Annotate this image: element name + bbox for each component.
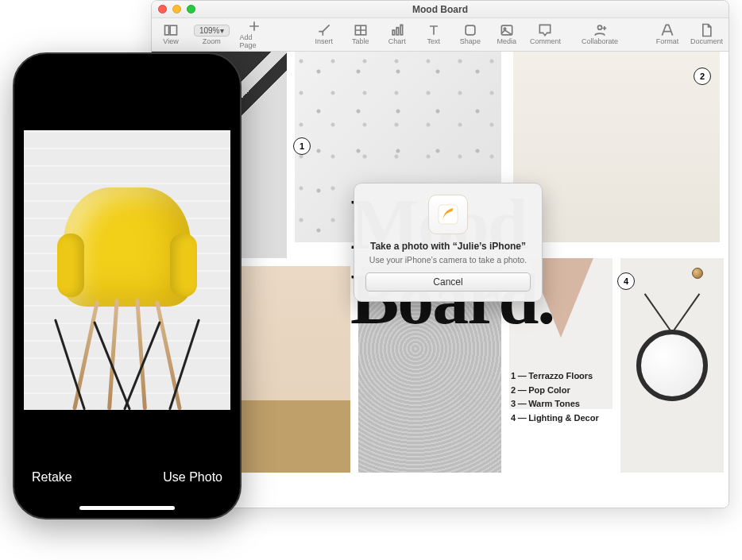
media-icon: [499, 24, 515, 37]
text-icon: [426, 24, 442, 37]
dialog-title: Take a photo with “Julie’s iPhone”: [365, 241, 531, 252]
shape-button[interactable]: Shape: [458, 24, 483, 45]
legend-item: 3—Warm Tones: [511, 397, 599, 411]
toolbar-label: Media: [497, 37, 517, 45]
comment-button[interactable]: Comment: [531, 24, 560, 45]
toolbar-label: Zoom: [203, 37, 221, 45]
window-titlebar[interactable]: Mood Board: [152, 1, 728, 18]
continuity-camera-dialog: Take a photo with “Julie’s iPhone” Use y…: [354, 183, 543, 302]
toolbar: View 109%▾ Zoom Add Page Insert Table: [152, 18, 728, 52]
iphone-notch: [75, 54, 179, 75]
add-page-button[interactable]: Add Page: [239, 20, 269, 49]
toolbar-label: Chart: [388, 37, 406, 45]
minimize-window-button[interactable]: [172, 5, 181, 14]
toolbar-label: Comment: [530, 37, 561, 45]
insert-icon: [316, 24, 332, 37]
toolbar-label: Insert: [315, 37, 334, 45]
toolbar-label: Document: [690, 37, 723, 45]
chart-button[interactable]: Chart: [385, 24, 410, 45]
document-button[interactable]: Document: [691, 24, 722, 45]
retake-button[interactable]: Retake: [32, 470, 72, 485]
annotation-marker-4[interactable]: 4: [617, 272, 635, 290]
svg-rect-8: [396, 28, 399, 35]
toolbar-label: Add Page: [239, 33, 269, 49]
insert-button[interactable]: Insert: [311, 24, 337, 45]
annotation-marker-2[interactable]: 2: [694, 68, 711, 85]
window-controls: [158, 5, 195, 14]
toolbar-label: Format: [656, 37, 679, 45]
svg-rect-19: [439, 205, 458, 224]
text-button[interactable]: Text: [421, 24, 446, 45]
svg-rect-12: [466, 25, 475, 35]
window-title: Mood Board: [412, 4, 468, 15]
chair-photo-subject: [44, 172, 211, 410]
home-indicator[interactable]: [79, 506, 175, 510]
chart-icon: [389, 24, 405, 37]
collaborate-button[interactable]: Collaborate: [582, 24, 617, 45]
use-photo-button[interactable]: Use Photo: [163, 470, 222, 485]
legend-item: 2—Pop Color: [511, 384, 599, 398]
hook-icon: [692, 268, 703, 279]
plus-icon: [246, 20, 262, 33]
format-button[interactable]: Format: [655, 24, 680, 45]
mirror-illustration: [636, 330, 708, 401]
toolbar-label: Collaborate: [582, 37, 618, 45]
dialog-subtitle: Use your iPhone’s camera to take a photo…: [365, 255, 531, 265]
iphone-device: Retake Use Photo: [13, 52, 242, 519]
annotation-marker-1[interactable]: 1: [293, 137, 311, 155]
legend-item: 1—Terrazzo Floors: [511, 369, 599, 384]
toolbar-label: Shape: [460, 37, 481, 45]
svg-rect-7: [392, 30, 395, 35]
zoom-button[interactable]: 109%▾ Zoom: [195, 25, 228, 45]
zoom-value: 109%▾: [194, 25, 230, 37]
format-icon: [659, 24, 675, 37]
fullscreen-window-button[interactable]: [187, 5, 195, 14]
pages-app-icon: [428, 195, 468, 234]
comment-icon: [537, 24, 553, 37]
close-window-button[interactable]: [158, 5, 167, 14]
svg-rect-0: [165, 25, 169, 35]
cancel-button[interactable]: Cancel: [365, 272, 531, 292]
toolbar-label: Text: [427, 37, 441, 45]
svg-rect-1: [170, 25, 176, 35]
svg-point-15: [597, 25, 601, 29]
svg-rect-9: [400, 25, 403, 34]
table-button[interactable]: Table: [348, 24, 373, 45]
toolbar-label: View: [163, 37, 178, 45]
legend-item: 4—Lighting & Decor: [511, 411, 599, 426]
camera-preview[interactable]: [24, 130, 230, 410]
collaborate-icon: [592, 24, 608, 37]
toolbar-label: Table: [352, 37, 369, 45]
view-icon: [163, 24, 179, 37]
legend[interactable]: 1—Terrazzo Floors 2—Pop Color 3—Warm Ton…: [511, 369, 599, 425]
moodboard-image[interactable]: [513, 52, 720, 242]
media-button[interactable]: Media: [494, 24, 520, 45]
document-icon: [698, 24, 714, 37]
table-icon: [353, 24, 369, 37]
shape-icon: [462, 24, 478, 37]
view-button[interactable]: View: [158, 24, 184, 45]
moodboard-image[interactable]: [620, 258, 724, 473]
camera-controls: Retake Use Photo: [14, 407, 240, 518]
